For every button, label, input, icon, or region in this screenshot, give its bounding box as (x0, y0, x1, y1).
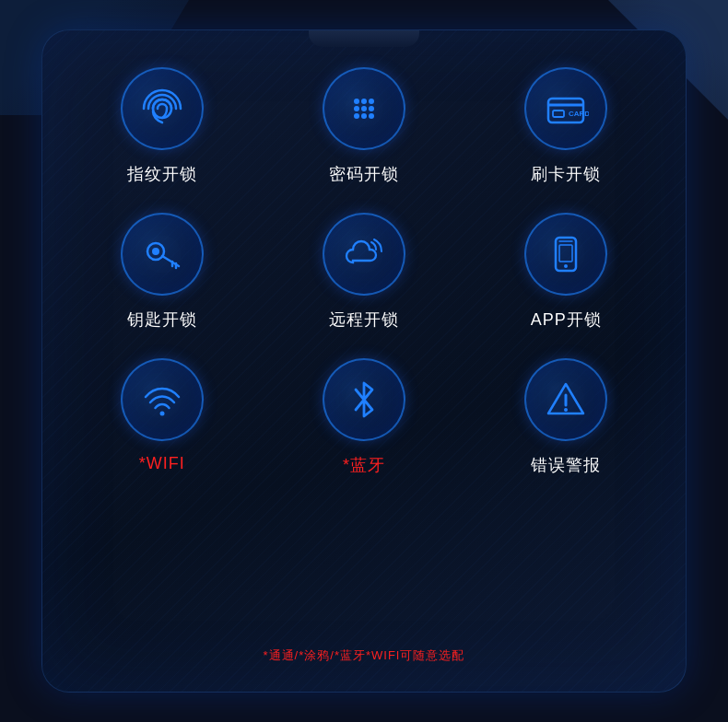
svg-point-8 (361, 113, 367, 119)
alarm-circle (524, 358, 607, 441)
bluetooth-icon (341, 377, 387, 423)
key-icon (139, 231, 185, 277)
svg-point-25 (564, 408, 568, 412)
svg-point-9 (369, 113, 374, 119)
key-label: 钥匙开锁 (127, 309, 197, 331)
card-item[interactable]: CARD 刷卡开锁 (475, 67, 658, 185)
password-icon (341, 86, 387, 132)
svg-point-1 (354, 99, 359, 104)
fingerprint-circle (121, 67, 204, 150)
card-icon: CARD (543, 86, 589, 132)
card-label: 刷卡开锁 (531, 163, 601, 185)
main-card: 指纹开锁 密码开锁 (41, 29, 687, 693)
password-label: 密码开锁 (329, 163, 399, 185)
footer-note: *通通/*涂鸦/*蓝牙*WIFI可随意选配 (264, 643, 465, 664)
svg-point-4 (354, 106, 359, 111)
wifi-icon (139, 377, 185, 423)
bluetooth-item[interactable]: *蓝牙 (272, 358, 455, 476)
bluetooth-label: *蓝牙 (343, 454, 385, 476)
key-circle (121, 213, 204, 296)
app-label: APP开锁 (531, 309, 602, 331)
svg-point-5 (361, 106, 367, 111)
password-circle (323, 67, 405, 150)
svg-rect-22 (559, 245, 572, 262)
wifi-item[interactable]: *WIFI (70, 358, 253, 476)
svg-point-2 (361, 99, 367, 104)
svg-point-7 (354, 113, 359, 119)
wifi-circle (121, 358, 204, 441)
app-icon (543, 231, 589, 277)
fingerprint-icon (139, 86, 185, 132)
svg-text:CARD: CARD (569, 110, 589, 118)
svg-point-6 (369, 106, 374, 111)
fingerprint-label: 指纹开锁 (127, 163, 197, 185)
remote-item[interactable]: 远程开锁 (272, 213, 455, 331)
feature-grid: 指纹开锁 密码开锁 (70, 67, 658, 476)
svg-point-20 (564, 264, 568, 268)
app-circle (524, 213, 607, 296)
remote-circle (323, 213, 405, 296)
password-item[interactable]: 密码开锁 (272, 67, 455, 185)
alarm-icon (543, 377, 589, 423)
fingerprint-item[interactable]: 指纹开锁 (70, 67, 253, 185)
app-item[interactable]: APP开锁 (475, 213, 658, 331)
svg-point-23 (159, 412, 164, 416)
remote-icon (341, 231, 387, 277)
svg-point-3 (369, 99, 374, 104)
alarm-item[interactable]: 错误警报 (475, 358, 658, 476)
alarm-label: 错误警报 (531, 454, 601, 476)
wifi-label: *WIFI (139, 454, 185, 473)
svg-rect-12 (553, 111, 564, 117)
key-item[interactable]: 钥匙开锁 (70, 213, 253, 331)
bluetooth-circle (323, 358, 405, 441)
remote-label: 远程开锁 (329, 309, 399, 331)
card-circle: CARD (524, 67, 607, 150)
svg-point-15 (152, 248, 159, 255)
